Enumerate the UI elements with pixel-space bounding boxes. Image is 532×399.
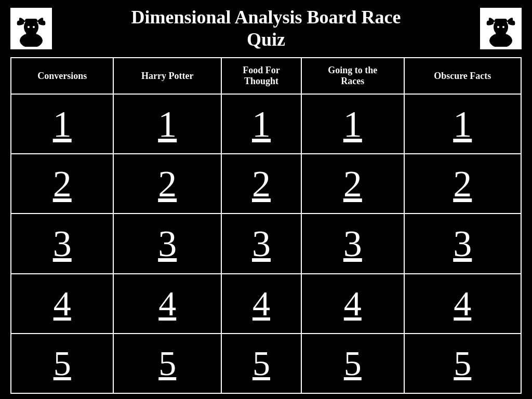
- cell-value-food-for-thought-3: 3: [252, 223, 271, 264]
- cell-value-conversions-4: 4: [54, 284, 71, 323]
- page-header: Dimensional Analysis Board Race Quiz: [0, 0, 532, 57]
- cell-value-obscure-facts-5: 5: [454, 343, 471, 383]
- cell-harry-potter-2[interactable]: 2: [113, 154, 221, 214]
- cell-value-obscure-facts-2: 2: [453, 163, 472, 205]
- svg-point-11: [502, 26, 504, 28]
- cell-obscure-facts-5[interactable]: 5: [404, 334, 521, 393]
- cell-conversions-2[interactable]: 2: [11, 154, 113, 214]
- cell-value-going-to-the-races-2: 2: [343, 163, 362, 205]
- page-title: Dimensional Analysis Board Race Quiz: [131, 6, 401, 51]
- cell-harry-potter-3[interactable]: 3: [113, 214, 221, 273]
- cell-value-obscure-facts-3: 3: [453, 223, 472, 264]
- cell-obscure-facts-3[interactable]: 3: [404, 214, 521, 273]
- cell-conversions-3[interactable]: 3: [11, 214, 113, 273]
- cell-conversions-4[interactable]: 4: [11, 274, 113, 334]
- cell-going-to-the-races-5[interactable]: 5: [301, 334, 404, 393]
- cell-value-conversions-1: 1: [53, 103, 72, 145]
- column-headers: Conversions Harry Potter Food ForThought…: [11, 58, 521, 94]
- cell-food-for-thought-2[interactable]: 2: [221, 154, 301, 214]
- logo-left: [10, 8, 52, 49]
- cell-value-harry-potter-3: 3: [158, 223, 177, 264]
- cell-obscure-facts-4[interactable]: 4: [404, 274, 521, 334]
- cell-value-going-to-the-races-4: 4: [344, 284, 362, 323]
- cell-obscure-facts-1[interactable]: 1: [404, 94, 521, 154]
- cell-food-for-thought-3[interactable]: 3: [221, 214, 301, 273]
- cell-conversions-1[interactable]: 1: [11, 94, 113, 154]
- cell-food-for-thought-5[interactable]: 5: [221, 334, 301, 393]
- cell-value-going-to-the-races-1: 1: [343, 103, 362, 145]
- cell-value-conversions-2: 2: [53, 163, 72, 205]
- cell-value-food-for-thought-4: 4: [252, 284, 270, 323]
- svg-point-5: [33, 26, 35, 28]
- cell-conversions-5[interactable]: 5: [11, 334, 113, 393]
- cell-value-obscure-facts-1: 1: [453, 103, 472, 145]
- col-header-conversions: Conversions: [11, 58, 113, 94]
- cell-value-obscure-facts-4: 4: [454, 284, 471, 323]
- cell-harry-potter-1[interactable]: 1: [113, 94, 221, 154]
- logo-right-icon: [483, 10, 519, 47]
- cell-value-harry-potter-4: 4: [158, 284, 176, 323]
- cell-value-harry-potter-5: 5: [158, 343, 176, 383]
- cell-going-to-the-races-4[interactable]: 4: [301, 274, 404, 334]
- svg-point-10: [497, 26, 499, 28]
- cell-value-food-for-thought-2: 2: [252, 163, 271, 205]
- game-board: Conversions Harry Potter Food ForThought…: [10, 57, 522, 394]
- cell-value-food-for-thought-1: 1: [252, 103, 271, 145]
- cell-going-to-the-races-1[interactable]: 1: [301, 94, 404, 154]
- table-row-1: 11111: [11, 94, 521, 154]
- col-header-obscure-facts: Obscure Facts: [404, 58, 521, 94]
- table-row-3: 33333: [11, 214, 521, 273]
- cell-going-to-the-races-2[interactable]: 2: [301, 154, 404, 214]
- svg-point-4: [28, 26, 30, 28]
- cell-food-for-thought-4[interactable]: 4: [221, 274, 301, 334]
- logo-left-icon: [13, 10, 49, 47]
- cell-value-going-to-the-races-5: 5: [344, 343, 362, 383]
- cell-value-harry-potter-2: 2: [158, 163, 177, 205]
- cell-harry-potter-4[interactable]: 4: [113, 274, 221, 334]
- cell-value-conversions-5: 5: [54, 343, 71, 383]
- table-row-2: 22222: [11, 154, 521, 214]
- cell-obscure-facts-2[interactable]: 2: [404, 154, 521, 214]
- cell-harry-potter-5[interactable]: 5: [113, 334, 221, 393]
- cell-value-going-to-the-races-3: 3: [343, 223, 362, 264]
- cell-value-food-for-thought-5: 5: [252, 343, 270, 383]
- cell-value-harry-potter-1: 1: [158, 103, 177, 145]
- col-header-going-to-the-races: Going to theRaces: [301, 58, 404, 94]
- svg-rect-9: [495, 19, 507, 23]
- svg-rect-3: [25, 19, 37, 23]
- col-header-harry-potter: Harry Potter: [113, 58, 221, 94]
- table-row-4: 44444: [11, 274, 521, 334]
- table-row-5: 55555: [11, 334, 521, 393]
- logo-right: [480, 8, 522, 49]
- cell-food-for-thought-1[interactable]: 1: [221, 94, 301, 154]
- col-header-food-for-thought: Food ForThought: [221, 58, 301, 94]
- cell-going-to-the-races-3[interactable]: 3: [301, 214, 404, 273]
- cell-value-conversions-3: 3: [53, 223, 72, 264]
